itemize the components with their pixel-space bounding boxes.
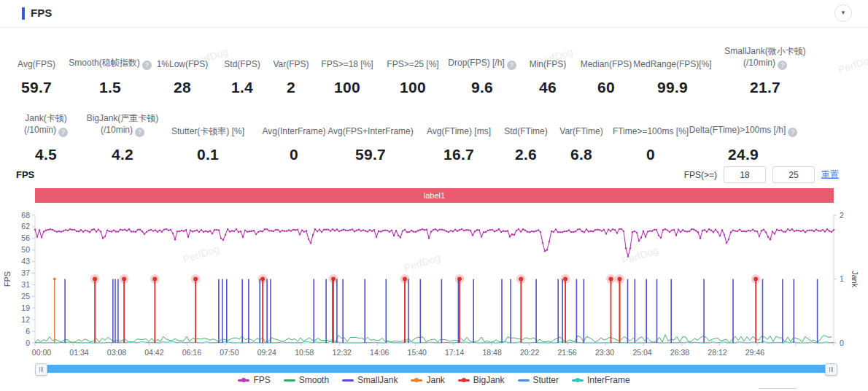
metric-label: MedRange(FPS)[%] xyxy=(633,39,711,70)
metric-cell: Avg(InterFrame)0 xyxy=(263,107,325,163)
label1-banner: label1 xyxy=(35,188,834,203)
svg-text:15:40: 15:40 xyxy=(408,348,427,357)
metric-value: 46 xyxy=(539,79,557,96)
metric-cell: SmallJank(微小卡顿)(/10min)?21.7 xyxy=(710,39,820,96)
svg-text:12: 12 xyxy=(21,315,30,324)
legend-label: SmallJank xyxy=(357,375,398,385)
question-icon[interactable]: ? xyxy=(135,128,144,137)
legend-item-interframe[interactable]: InterFrame xyxy=(572,375,630,385)
metric-value: 2 xyxy=(287,79,295,96)
fps-panel: FPS ▼ Avg(FPS)59.7Smooth(稳帧指数)?1.51%Low(… xyxy=(0,0,868,391)
datazoom-bar[interactable] xyxy=(39,365,833,373)
chevron-down-icon: ▼ xyxy=(835,5,851,21)
metric-value: 99.9 xyxy=(657,79,688,96)
metric-label: Drop(FPS) [/h]? xyxy=(448,39,516,70)
svg-text:Jank: Jank xyxy=(850,271,859,288)
metric-label: FPS>=25 [%] xyxy=(387,39,438,70)
fps-threshold-label: FPS(>=) xyxy=(684,170,717,180)
metric-label: Avg(FPS) xyxy=(18,39,55,70)
svg-text:0: 0 xyxy=(840,338,844,347)
svg-text:6: 6 xyxy=(26,327,30,336)
legend-label: FPS xyxy=(253,375,270,385)
metric-label: Median(FPS) xyxy=(581,39,632,70)
metrics-row-2: Jank(卡顿)(/10min)?4.5BigJank(严重卡顿)(/10min… xyxy=(0,107,798,163)
legend-marker xyxy=(518,379,530,382)
svg-text:37: 37 xyxy=(21,268,30,277)
metrics-row-1: Avg(FPS)59.7Smooth(稳帧指数)?1.51%Low(FPS)28… xyxy=(0,39,820,96)
question-icon[interactable]: ? xyxy=(507,61,516,70)
question-icon[interactable]: ? xyxy=(58,128,68,137)
fps-jank-chart[interactable]: 6862565043373125191260210FPSJank00:0001:… xyxy=(0,208,868,363)
chart-section-title: FPS xyxy=(16,169,34,180)
metric-value: 16.7 xyxy=(443,146,474,163)
datazoom-slider[interactable] xyxy=(35,364,837,373)
svg-text:23:30: 23:30 xyxy=(595,348,614,357)
metric-cell: Drop(FPS) [/h]?9.6 xyxy=(446,39,518,96)
metric-value: 9.6 xyxy=(471,79,493,96)
partial-element xyxy=(759,388,797,391)
reset-link[interactable]: 重置 xyxy=(821,169,839,181)
fps-threshold-filter: FPS(>=) 重置 xyxy=(684,166,839,183)
metric-value: 100 xyxy=(334,79,360,96)
metric-cell: FTime>=100ms [%]0 xyxy=(613,107,689,163)
metric-label: Avg(FPS+InterFrame) xyxy=(328,107,413,137)
legend-item-smalljank[interactable]: SmallJank xyxy=(342,375,398,385)
metric-value: 4.5 xyxy=(35,146,57,163)
metric-label: Var(FPS) xyxy=(273,39,309,70)
svg-text:06:16: 06:16 xyxy=(182,348,201,357)
fps-threshold-min-input[interactable] xyxy=(724,166,766,183)
svg-text:01:34: 01:34 xyxy=(69,348,88,357)
metric-value: 100 xyxy=(400,79,426,96)
svg-text:21:56: 21:56 xyxy=(557,348,576,357)
svg-text:10:58: 10:58 xyxy=(295,348,314,357)
legend-marker xyxy=(458,379,470,382)
svg-text:25:04: 25:04 xyxy=(632,348,651,357)
svg-text:1: 1 xyxy=(840,274,844,283)
metric-label: 1%Low(FPS) xyxy=(157,39,209,70)
legend-marker xyxy=(411,379,422,382)
metric-value: 4.2 xyxy=(112,146,133,163)
question-icon[interactable]: ? xyxy=(788,128,797,137)
metric-cell: BigJank(严重卡顿)(/10min)?4.2 xyxy=(92,107,153,163)
metric-cell: Std(FTime)2.6 xyxy=(502,107,550,163)
fps-threshold-max-input[interactable] xyxy=(772,166,815,183)
metric-label: BigJank(严重卡顿)(/10min)? xyxy=(87,107,159,137)
metric-label: FTime>=100ms [%] xyxy=(613,107,689,137)
svg-text:12:32: 12:32 xyxy=(333,348,352,357)
legend-item-smooth[interactable]: Smooth xyxy=(284,375,329,385)
datazoom-handle-right[interactable] xyxy=(825,363,837,376)
svg-text:28:12: 28:12 xyxy=(708,348,726,357)
metric-value: 2.6 xyxy=(515,146,537,163)
legend-item-stutter[interactable]: Stutter xyxy=(518,375,559,385)
svg-text:31: 31 xyxy=(21,280,30,289)
datazoom-handle-left[interactable] xyxy=(35,363,47,376)
metric-cell: FPS>=25 [%]100 xyxy=(379,39,446,96)
legend-label: InterFrame xyxy=(587,375,630,385)
svg-text:03:08: 03:08 xyxy=(107,348,126,357)
question-icon[interactable]: ? xyxy=(778,61,787,70)
legend-label: Smooth xyxy=(299,375,329,385)
chart-canvas[interactable]: 6862565043373125191260210FPSJank00:0001:… xyxy=(0,208,868,363)
legend-item-bigjank[interactable]: BigJank xyxy=(458,375,505,385)
metric-label: Std(FPS) xyxy=(224,39,260,70)
metric-value: 6.8 xyxy=(570,146,592,163)
metric-cell: Min(FPS)46 xyxy=(518,39,578,96)
accent-bar xyxy=(22,7,25,20)
collapse-button[interactable]: ▼ xyxy=(834,4,852,22)
legend-item-fps[interactable]: FPS xyxy=(238,375,270,385)
metric-label: Std(FTime) xyxy=(504,107,548,137)
metric-label: Stutter(卡顿率) [%] xyxy=(171,107,244,137)
legend-marker xyxy=(284,379,295,382)
metric-value: 60 xyxy=(597,79,615,96)
svg-text:00:00: 00:00 xyxy=(32,348,51,357)
svg-text:43: 43 xyxy=(21,257,30,266)
svg-text:50: 50 xyxy=(21,245,30,254)
legend-item-jank[interactable]: Jank xyxy=(411,375,444,385)
legend-marker xyxy=(342,379,354,382)
svg-text:19: 19 xyxy=(21,303,30,312)
metric-value: 1.5 xyxy=(99,79,121,96)
svg-text:07:50: 07:50 xyxy=(220,348,239,357)
metric-cell: Smooth(稳帧指数)?1.5 xyxy=(73,39,147,96)
metric-cell: 1%Low(FPS)28 xyxy=(147,39,217,96)
svg-text:2: 2 xyxy=(840,211,844,220)
